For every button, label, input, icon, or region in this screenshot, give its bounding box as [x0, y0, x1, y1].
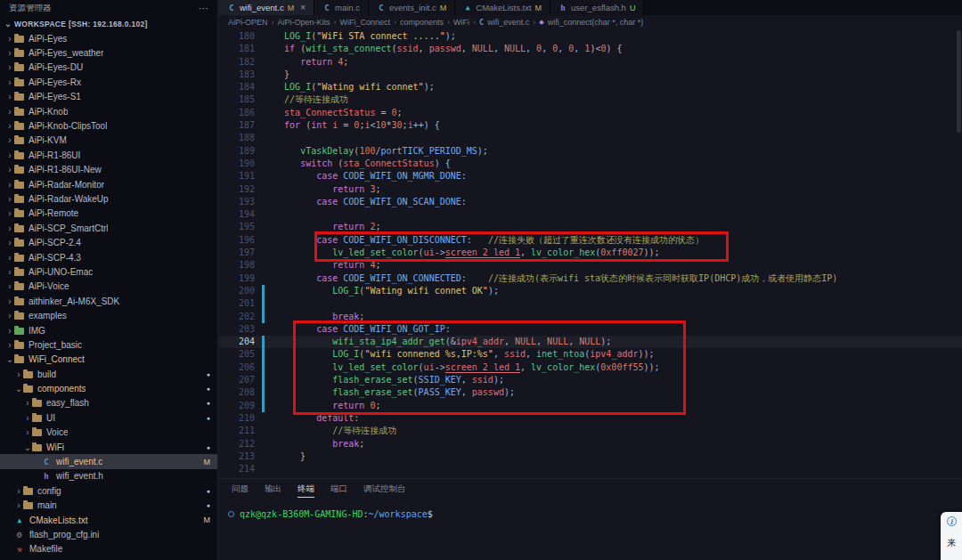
line-number: 211	[219, 425, 255, 437]
panel-tab-输出[interactable]: 输出	[265, 483, 281, 498]
tree-item-label: AiPi-Eyes-Rx	[29, 77, 81, 87]
folder-icon	[23, 502, 33, 509]
tree-item-AiPi-Remote[interactable]: ›AiPi-Remote	[0, 207, 217, 221]
tree-item-AiPi-Eyes-DU[interactable]: ›AiPi-Eyes-DU	[0, 61, 217, 75]
tree-item-AiPi-R1-86UI-New[interactable]: ›AiPi-R1-86UI-New	[0, 163, 217, 177]
line-number: 210	[219, 412, 255, 425]
panel-tab-问题[interactable]: 问题	[232, 483, 249, 498]
explorer-title: 资源管理器	[9, 3, 52, 14]
breadcrumb-item[interactable]: WiFi_Connect	[340, 18, 391, 27]
tree-item-AiPi-SCP-2.4[interactable]: ›AiPi-SCP-2.4	[0, 235, 217, 249]
tree-item-CMakeLists.txt[interactable]: ▲CMakeLists.txtM	[0, 513, 217, 527]
tree-item-components[interactable]: ⌄components●	[0, 381, 217, 395]
tree-item-AiPi-SCP-4.3[interactable]: ›AiPi-SCP-4.3	[0, 250, 217, 264]
tree-item-easy_flash[interactable]: ›easy_flash●	[0, 396, 217, 410]
tree-item-WiFi[interactable]: ⌄WiFi●	[0, 440, 217, 454]
tree-item-Project_basic[interactable]: ›Project_basic	[0, 337, 217, 352]
chevron-right-icon: ›	[23, 413, 32, 423]
close-icon[interactable]: ×	[300, 3, 306, 12]
tree-item-label: AiPi-R1-86UI	[29, 150, 80, 160]
chevron-right-icon: ›	[5, 267, 14, 277]
tree-item-wifi_event.h[interactable]: hwifi_event.h	[0, 469, 217, 483]
notification-toast[interactable]: i 来	[941, 512, 962, 560]
tree-item-IMG[interactable]: ›IMG	[0, 323, 217, 337]
tree-item-AiPi-Radar-Monitor[interactable]: ›AiPi-Radar-Monitor	[0, 177, 217, 191]
chevron-down-icon: ⌄	[23, 442, 32, 452]
tree-item-AiPi-Eyes-Rx[interactable]: ›AiPi-Eyes-Rx	[0, 75, 217, 89]
tab-main.c[interactable]: Cmain.c	[314, 0, 369, 15]
tab-CMakeLists.txt[interactable]: ▲CMakeLists.txtM	[455, 0, 550, 15]
git-change-gutter	[262, 81, 265, 93]
tree-item-AiPi-Eyes-S1[interactable]: ›AiPi-Eyes-S1	[0, 90, 217, 104]
tree-item-label: AiPi-Knob-ClipsTool	[29, 121, 107, 131]
terminal-prompt: qzk@qzk-B360M-GAMING-HD:~/workspace$	[240, 509, 433, 519]
folder-icon	[14, 64, 24, 71]
tab-wifi_event.c[interactable]: Cwifi_event.cM×	[219, 0, 314, 15]
tab-user_esflash.h[interactable]: huser_esflash.hU	[550, 0, 644, 15]
git-change-gutter	[262, 247, 265, 259]
breadcrumb-item[interactable]: WiFi	[453, 18, 469, 27]
panel-tab-终端[interactable]: 终端	[298, 483, 314, 498]
tree-item-AiPi-KVM[interactable]: ›AiPi-KVM	[0, 134, 217, 148]
workspace-label: WORKSPACE [SSH: 192.168.0.102]	[14, 20, 148, 28]
editor-scrollbar[interactable]	[957, 30, 961, 133]
chevron-right-icon: ›	[5, 180, 14, 190]
folder-icon	[14, 225, 24, 232]
explorer-actions-icon[interactable]: ⋯	[199, 3, 208, 14]
tree-item-UI[interactable]: ›UI●	[0, 410, 217, 425]
tree-item-flash_prog_cfg.ini[interactable]: ⚙flash_prog_cfg.ini	[0, 527, 217, 541]
git-status-badge: M	[288, 4, 295, 12]
chevron-right-icon: ›	[5, 326, 14, 336]
folder-icon	[32, 444, 42, 451]
tree-item-Voice[interactable]: ›Voice	[0, 426, 217, 440]
modified-badge: M	[204, 458, 211, 467]
command-decoration-icon[interactable]	[228, 511, 234, 517]
tree-item-AiPi-R1-86UI[interactable]: ›AiPi-R1-86UI	[0, 148, 217, 162]
tree-item-AiPi-Voice[interactable]: ›AiPi-Voice	[0, 280, 217, 294]
line-number: 204	[219, 336, 255, 348]
tree-item-label: WiFi_Connect	[29, 354, 85, 364]
tree-item-label: Project_basic	[29, 340, 82, 350]
bottom-panel: 问题输出终端端口调试控制台 qzk@qzk-B360M-GAMING-HD:~/…	[219, 478, 962, 560]
code-line-212: 212 break;	[219, 438, 962, 450]
git-change-gutter	[262, 336, 265, 348]
terminal[interactable]: qzk@qzk-B360M-GAMING-HD:~/workspace$	[228, 509, 962, 519]
panel-tab-端口[interactable]: 端口	[330, 483, 347, 498]
tree-item-build[interactable]: ›build●	[0, 367, 217, 381]
tree-item-AiPi-Radar-WakeUp[interactable]: ›AiPi-Radar-WakeUp	[0, 191, 217, 206]
tree-item-config[interactable]: ›config●	[0, 483, 217, 498]
symbol-method-icon: ◆	[539, 19, 543, 26]
tree-item-examples[interactable]: ›examples	[0, 308, 217, 322]
line-number: 180	[219, 30, 255, 43]
folder-icon	[14, 123, 24, 130]
tree-item-AiPi-UNO-Emac[interactable]: ›AiPi-UNO-Emac	[0, 264, 217, 279]
vscode-window: 资源管理器 ⋯ ⌄ WORKSPACE [SSH: 192.168.0.102]…	[0, 0, 962, 560]
tree-item-aithinker_Ai-M6X_SDK[interactable]: ›aithinker_Ai-M6X_SDK	[0, 294, 217, 308]
breadcrumb-item[interactable]: AiPi-OPEN	[228, 18, 268, 27]
tab-events_init.c[interactable]: Cevents_init.cM	[369, 0, 455, 15]
breadcrumb-item[interactable]: wifi_connect(char *, char *)	[548, 18, 644, 27]
modified-dot-badge: ●	[207, 371, 210, 377]
breadcrumb-separator: ›	[533, 18, 535, 27]
tree-item-WiFi_Connect[interactable]: ⌄WiFi_Connect	[0, 353, 217, 367]
breadcrumb-item[interactable]: components	[400, 18, 444, 27]
folder-icon	[23, 488, 33, 495]
chevron-right-icon: ›	[5, 311, 14, 321]
tree-item-AiPi-SCP_SmartCtrl[interactable]: ›AiPi-SCP_SmartCtrl	[0, 221, 217, 235]
workspace-header[interactable]: ⌄ WORKSPACE [SSH: 192.168.0.102]	[0, 16, 217, 31]
folder-icon	[14, 312, 24, 320]
tree-item-main[interactable]: ›main●	[0, 499, 217, 513]
tree-item-AiPi-Knob[interactable]: ›AiPi-Knob	[0, 104, 217, 118]
chevron-down-icon: ⌄	[4, 19, 12, 28]
tree-item-Makefile[interactable]: ⚒Makefile	[0, 542, 217, 556]
breadcrumb-item[interactable]: AiPi-Open-Kits	[278, 18, 330, 27]
code-editor[interactable]: 180 LOG_I("WiFi STA connect .....");181 …	[219, 28, 962, 478]
tree-item-AiPi-Eyes[interactable]: ›AiPi-Eyes	[0, 31, 217, 45]
tree-item-AiPi-Eyes_weather[interactable]: ›AiPi-Eyes_weather	[0, 45, 217, 60]
panel-tab-调试控制台[interactable]: 调试控制台	[363, 483, 406, 498]
tree-item-label: components	[37, 384, 86, 394]
breadcrumb-item[interactable]: wifi_event.c	[487, 18, 529, 27]
tree-item-wifi_event.c[interactable]: Cwifi_event.cM	[0, 454, 217, 468]
tree-item-AiPi-Knob-ClipsTool[interactable]: ›AiPi-Knob-ClipsTool	[0, 118, 217, 133]
code-line-211: 211 //等待连接成功	[219, 425, 962, 437]
